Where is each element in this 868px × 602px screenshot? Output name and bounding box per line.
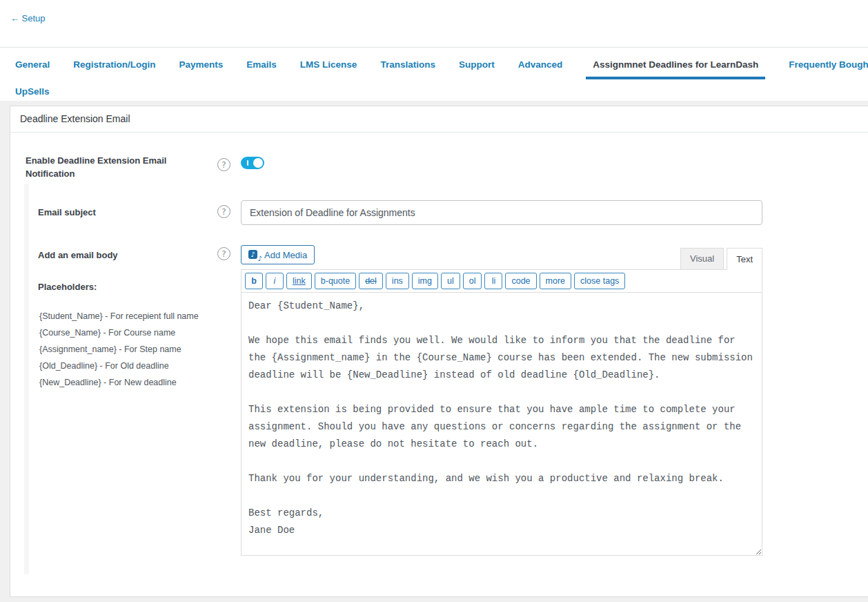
email-body-row: Add an email body Placeholders: {Student… [26, 245, 868, 556]
media-icon: ♪ ♪ [248, 250, 259, 260]
placeholder-item: {Assignment_name} - For Step name [39, 341, 217, 358]
placeholder-item: {Student_Name} - For recepient full name [39, 308, 217, 324]
placeholder-item: {Course_Name} - For Course name [39, 324, 217, 341]
tab-support[interactable]: Support [459, 59, 495, 79]
editor-tab-visual[interactable]: Visual [680, 248, 724, 269]
placeholders-list: {Student_Name} - For recepient full name… [32, 308, 217, 391]
help-icon[interactable]: ? [217, 247, 230, 260]
placeholder-item: {New_Deadline} - For New deadline [39, 374, 217, 391]
toggle-on-mark [247, 160, 248, 166]
tab-emails[interactable]: Emails [246, 59, 277, 79]
quicktag-bold-button[interactable]: b [245, 273, 263, 289]
tab-registration-login[interactable]: Registration/Login [73, 59, 155, 79]
email-subject-row: Email subject ? [26, 200, 868, 225]
quicktag-img-button[interactable]: img [412, 273, 438, 289]
tab-lms-license[interactable]: LMS License [300, 59, 357, 79]
help-icon[interactable]: ? [217, 158, 230, 171]
editor-box: b i link b-quote del ins img ul ol li co… [241, 269, 762, 556]
quicktag-ol-button[interactable]: ol [463, 273, 482, 289]
quicktag-more-button[interactable]: more [540, 273, 571, 289]
form-area: Enable Deadline Extension Email Notifica… [10, 133, 868, 556]
email-body-editor: ♪ ♪ Add Media Visual Text b i link [241, 245, 762, 556]
quicktag-link-button[interactable]: link [286, 273, 312, 289]
tab-bar-row2: UpSells [0, 79, 868, 101]
placeholder-item: {Old_Deadline} - For Old deadline [39, 358, 217, 374]
tab-general[interactable]: General [15, 59, 50, 79]
enable-notification-row: Enable Deadline Extension Email Notifica… [26, 154, 868, 180]
email-body-textarea[interactable]: Dear {Student_Name}, We hope this email … [241, 293, 762, 555]
placeholders-title: Placeholders: [38, 280, 217, 293]
tab-advanced[interactable]: Advanced [518, 59, 563, 79]
quicktag-li-button[interactable]: li [484, 273, 502, 289]
tab-frequently-bought-together[interactable]: Frequently Bought Together [789, 59, 868, 79]
quicktag-bquote-button[interactable]: b-quote [315, 273, 356, 289]
tab-assignment-deadlines[interactable]: Assignmnet Deadlines for LearnDash [586, 59, 765, 79]
add-media-label: Add Media [264, 250, 307, 260]
panel-title: Deadline Extension Email [10, 106, 868, 133]
tab-translations[interactable]: Translations [380, 59, 435, 79]
editor-mode-tabs: Visual Text [680, 248, 762, 269]
back-to-setup-link[interactable]: ← Setup [10, 13, 46, 23]
add-media-button[interactable]: ♪ ♪ Add Media [241, 245, 315, 264]
editor-tab-text[interactable]: Text [727, 248, 762, 270]
quicktag-ul-button[interactable]: ul [441, 273, 460, 289]
quicktag-ins-button[interactable]: ins [386, 273, 409, 289]
quicktag-code-button[interactable]: code [505, 273, 536, 289]
toggle-knob [253, 158, 263, 168]
enable-notification-label: Enable Deadline Extension Email Notifica… [26, 154, 217, 180]
settings-panel: Deadline Extension Email Enable Deadline… [10, 106, 868, 597]
email-subject-label: Email subject [26, 200, 217, 219]
tab-bar: General Registration/Login Payments Emai… [0, 48, 868, 79]
quicktag-italic-button[interactable]: i [266, 273, 284, 289]
enable-notification-toggle[interactable] [241, 157, 264, 169]
quicktag-closetags-button[interactable]: close tags [574, 273, 625, 289]
quicktag-del-button[interactable]: del [359, 273, 383, 289]
email-subject-input[interactable] [241, 200, 762, 225]
tab-upsells[interactable]: UpSells [15, 86, 50, 101]
tab-payments[interactable]: Payments [179, 59, 224, 79]
quicktags-toolbar: b i link b-quote del ins img ul ol li co… [241, 270, 762, 293]
header-band: ← Setup General Registration/Login Payme… [0, 0, 868, 101]
help-icon[interactable]: ? [217, 205, 230, 218]
email-body-label: Add an email body [38, 245, 217, 262]
